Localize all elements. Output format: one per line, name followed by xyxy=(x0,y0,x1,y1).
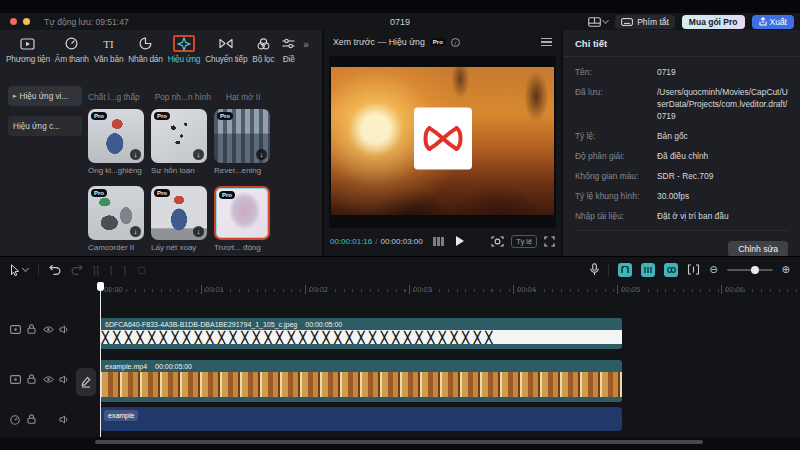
frame-by-frame-icon[interactable] xyxy=(433,237,444,246)
upgrade-pro-label: Mua gói Pro xyxy=(689,17,738,27)
ripple-edit-icon[interactable] xyxy=(687,264,700,275)
upgrade-pro-button[interactable]: Mua gói Pro xyxy=(682,15,745,29)
undo-icon[interactable] xyxy=(49,264,61,275)
layout-switcher-button[interactable] xyxy=(588,17,608,27)
cursor-icon xyxy=(10,264,20,276)
preview-right-controls: Tỷ lệ xyxy=(491,235,555,248)
snap-toggle-button[interactable] xyxy=(618,263,632,277)
subtab-low-quality[interactable]: Chất l...g thấp xyxy=(88,92,140,102)
tab-media[interactable]: Phương tiện xyxy=(6,35,50,64)
download-icon[interactable]: ↓ xyxy=(256,149,267,160)
tabs-overflow-chevron[interactable]: » xyxy=(303,39,309,50)
effect-name: Trượt... động xyxy=(214,243,270,252)
lock-icon[interactable] xyxy=(27,374,36,384)
timeline-clip-audio[interactable]: example xyxy=(100,407,622,431)
edit-button[interactable]: Chỉnh sửa xyxy=(728,241,788,257)
play-button[interactable] xyxy=(456,236,464,246)
effect-card[interactable]: Pro↓ Camcorder II xyxy=(88,186,144,252)
close-window-button[interactable] xyxy=(10,18,17,25)
download-icon[interactable]: ↓ xyxy=(193,149,204,160)
split-tool-icon[interactable]: ][ xyxy=(93,265,100,275)
fullscreen-icon[interactable] xyxy=(544,236,555,247)
zoom-in-icon[interactable]: ⊕ xyxy=(782,264,790,275)
subtab-screen-pop[interactable]: Pop nh...n hình xyxy=(155,92,211,102)
lock-icon[interactable] xyxy=(27,324,36,334)
titlebar-actions: Phím tắt Mua gói Pro Xuất xyxy=(588,13,794,30)
playhead[interactable] xyxy=(100,282,101,437)
tab-adjust[interactable]: Điề xyxy=(279,35,298,64)
download-icon[interactable]: ↓ xyxy=(130,149,141,160)
select-tool-button[interactable] xyxy=(10,264,28,276)
media-tabs: Phương tiện Âm thanh TI Văn bản Nhãn dán… xyxy=(0,30,322,64)
delete-right-icon[interactable]: ] xyxy=(124,265,128,275)
effect-card[interactable]: Pro↓ Sự hỗn loạn xyxy=(151,109,207,175)
minimize-window-button[interactable] xyxy=(23,18,30,25)
timeline-ruler[interactable]: 00:00 00:01 00:02 00:03 00:04 00:05 00:0… xyxy=(0,282,800,298)
media-icon xyxy=(17,35,38,52)
pro-badge: Pro xyxy=(154,189,170,197)
link-toggle-button[interactable] xyxy=(664,263,678,277)
draw-track-button[interactable] xyxy=(76,368,96,396)
snapshot-icon[interactable] xyxy=(491,236,504,247)
tab-effects[interactable]: Hiệu ứng xyxy=(168,35,201,64)
text-icon: TI xyxy=(100,35,116,52)
tab-filters[interactable]: Bộ lọc xyxy=(252,35,274,64)
pro-badge: Pro xyxy=(91,112,107,120)
pro-badge: Pro xyxy=(154,112,170,120)
caret-icon: ▸ xyxy=(13,92,17,100)
export-button[interactable]: Xuất xyxy=(752,15,795,29)
horizontal-scrollbar[interactable] xyxy=(95,440,703,444)
audio-track-icon[interactable] xyxy=(10,415,20,425)
timeline-clip-image[interactable]: 6DFCA640-F833-4A3B-B1DB-DBA1BE291794_1_1… xyxy=(100,318,622,349)
mute-icon[interactable] xyxy=(59,415,69,424)
mute-icon[interactable] xyxy=(59,325,69,334)
shortcuts-label: Phím tắt xyxy=(637,17,669,27)
sidebar-item-video-effects[interactable]: ▸ Hiệu ứng vi... xyxy=(8,86,82,106)
main-track-icon[interactable] xyxy=(10,325,21,334)
timeline-zoom-slider[interactable] xyxy=(727,269,773,271)
tab-text[interactable]: TI Văn bản xyxy=(94,35,124,64)
preview-axis-toggle-button[interactable] xyxy=(641,263,655,277)
playhead-handle[interactable] xyxy=(97,282,104,291)
clip-footer xyxy=(100,344,622,349)
layout-icon xyxy=(588,17,601,27)
sidebar-item-body-effects[interactable]: Hiệu ứng c... xyxy=(8,116,82,136)
effect-card-selected[interactable]: Pro Trượt... động xyxy=(214,186,270,252)
delete-tool-icon[interactable]: ▢ xyxy=(137,265,147,275)
tab-audio[interactable]: Âm thanh xyxy=(55,35,89,64)
tab-transitions[interactable]: Chuyển tiếp xyxy=(205,35,247,64)
export-icon xyxy=(759,17,767,26)
placeholder-pattern: ╳╳╳╳╳╳╳╳╳╳╳╳╳╳╳╳╳╳╳╳╳╳╳╳╳╳╳╳╳╳╳╳╳╳ xyxy=(100,330,622,344)
eye-icon[interactable] xyxy=(43,326,54,333)
details-rows: Tên: 0719 Đã lưu: /Users/quocminh/Movies… xyxy=(563,57,800,222)
zoom-out-icon[interactable]: ⊖ xyxy=(709,264,717,275)
pencil-icon xyxy=(81,376,91,388)
info-icon[interactable]: i xyxy=(451,38,460,47)
details-panel: Chi tiết Tên: 0719 Đã lưu: /Users/quocmi… xyxy=(563,30,800,256)
desktop-background xyxy=(0,0,800,13)
microphone-icon[interactable] xyxy=(590,263,599,276)
effect-card[interactable]: Pro↓ Ống ki...ghiêng xyxy=(88,109,144,175)
download-icon[interactable]: ↓ xyxy=(193,226,204,237)
lock-icon[interactable] xyxy=(27,414,36,424)
preview-title: Xem trước — Hiệu ứng xyxy=(333,37,425,47)
preview-menu-icon[interactable] xyxy=(541,38,552,46)
redo-icon[interactable] xyxy=(71,264,83,275)
pro-badge: Pro xyxy=(219,191,235,199)
zoom-slider-knob[interactable] xyxy=(751,266,759,274)
detail-row-ratio: Tỷ lệ: Bản gốc xyxy=(575,130,788,142)
download-icon[interactable]: ↓ xyxy=(130,226,141,237)
effect-card[interactable]: Pro↓ Rever...ening xyxy=(214,109,270,175)
ruler-label: 00:06 xyxy=(721,285,744,294)
aspect-ratio-button[interactable]: Tỷ lệ xyxy=(511,235,537,248)
eye-icon[interactable] xyxy=(43,376,54,383)
traffic-lights xyxy=(10,18,30,25)
delete-left-icon[interactable]: [ xyxy=(110,265,114,275)
timeline-clip-video[interactable]: example.mp4 00:00:05:00 xyxy=(100,360,622,402)
main-track-icon[interactable] xyxy=(10,375,21,384)
tab-stickers[interactable]: Nhãn dán xyxy=(128,35,162,64)
effect-card[interactable]: Pro↓ Lấy nét xoay xyxy=(151,186,207,252)
shortcuts-button[interactable]: Phím tắt xyxy=(615,15,675,29)
subtab-grain-ii[interactable]: Hạt mờ II xyxy=(226,92,260,102)
mute-icon[interactable] xyxy=(59,375,69,384)
